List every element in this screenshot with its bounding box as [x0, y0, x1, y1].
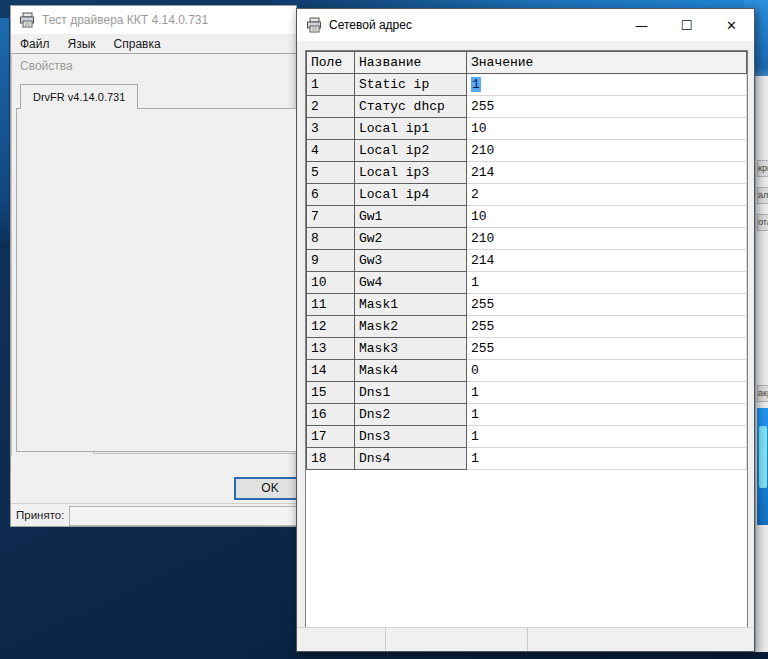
- cell-value[interactable]: 255: [467, 338, 747, 360]
- table-row: 11Mask1255: [307, 294, 747, 316]
- menu-bar: ФайлЯзыкСправка: [11, 34, 296, 53]
- tab-drvfr[interactable]: DrvFR v4.14.0.731: [20, 84, 138, 109]
- cell-value[interactable]: 255: [467, 294, 747, 316]
- cell-name[interactable]: Mask4: [355, 360, 467, 382]
- cell-name[interactable]: Gw1: [355, 206, 467, 228]
- table-row: 10Gw41: [307, 272, 747, 294]
- cell-value[interactable]: 1: [467, 426, 747, 448]
- cell-field[interactable]: 18: [307, 448, 355, 470]
- cell-value[interactable]: 255: [467, 316, 747, 338]
- cell-name[interactable]: Dns1: [355, 382, 467, 404]
- close-button[interactable]: ✕: [709, 10, 754, 41]
- table-row: 18Dns41: [307, 448, 747, 470]
- column-header: Значение: [467, 52, 747, 74]
- cell-field[interactable]: 1: [307, 74, 355, 96]
- cell-value[interactable]: 210: [467, 228, 747, 250]
- cell-value[interactable]: 1: [467, 448, 747, 470]
- cell-name[interactable]: Static ip: [355, 74, 467, 96]
- cell-name[interactable]: Mask3: [355, 338, 467, 360]
- cell-name[interactable]: Gw4: [355, 272, 467, 294]
- table-row: 13Mask3255: [307, 338, 747, 360]
- status-panel: [386, 628, 528, 651]
- table-row: 6Local ip42: [307, 184, 747, 206]
- cell-value[interactable]: 210: [467, 140, 747, 162]
- cell-name[interactable]: Gw3: [355, 250, 467, 272]
- cell-field[interactable]: 12: [307, 316, 355, 338]
- cell-field[interactable]: 17: [307, 426, 355, 448]
- properties-panel: Свойства DrvFR v4.14.0.731 Логические ус…: [11, 53, 297, 456]
- cell-field[interactable]: 13: [307, 338, 355, 360]
- main-window: Тест драйвера ККТ 4.14.0.731 ФайлЯзыкСпр…: [10, 5, 297, 527]
- cell-field[interactable]: 8: [307, 228, 355, 250]
- properties-caption: Свойства: [12, 54, 297, 73]
- network-table-body: 1Static ip12Статус dhcp2553Local ip1104L…: [307, 74, 747, 470]
- cell-name[interactable]: Local ip1: [355, 118, 467, 140]
- main-window-title: Тест драйвера ККТ 4.14.0.731: [42, 13, 208, 27]
- cell-field[interactable]: 15: [307, 382, 355, 404]
- cell-value[interactable]: 1: [467, 74, 747, 96]
- cell-field[interactable]: 7: [307, 206, 355, 228]
- table-row: 2Статус dhcp255: [307, 96, 747, 118]
- cell-value[interactable]: 10: [467, 206, 747, 228]
- wallpaper-beam-left: [0, 18, 9, 248]
- display-digit-segment: [759, 426, 767, 488]
- cell-value[interactable]: 255: [467, 96, 747, 118]
- cell-value[interactable]: 2: [467, 184, 747, 206]
- cell-field[interactable]: 14: [307, 360, 355, 382]
- cell-field[interactable]: 9: [307, 250, 355, 272]
- device-display-fragment: [757, 408, 768, 525]
- divider: [11, 503, 297, 504]
- cell-field[interactable]: 5: [307, 162, 355, 184]
- accepted-status-label: Принято:: [16, 509, 64, 521]
- network-table-container: ПолеНазваниеЗначение 1Static ip12Статус …: [305, 50, 748, 630]
- menu-item[interactable]: Справка: [105, 35, 170, 53]
- cell-field[interactable]: 3: [307, 118, 355, 140]
- table-row: 9Gw3214: [307, 250, 747, 272]
- cell-value[interactable]: 1: [467, 272, 747, 294]
- ok-button[interactable]: OK: [234, 477, 297, 500]
- dialog-statusbar: [297, 627, 754, 651]
- cell-name[interactable]: Dns3: [355, 426, 467, 448]
- cell-field[interactable]: 2: [307, 96, 355, 118]
- network-table: ПолеНазваниеЗначение 1Static ip12Статус …: [306, 51, 747, 470]
- cell-name[interactable]: Статус dhcp: [355, 96, 467, 118]
- table-row: 14Mask40: [307, 360, 747, 382]
- cell-field[interactable]: 11: [307, 294, 355, 316]
- status-panel: [528, 628, 754, 651]
- cell-field[interactable]: 4: [307, 140, 355, 162]
- cell-field[interactable]: 16: [307, 404, 355, 426]
- tab-content-panel: [16, 108, 297, 452]
- cell-field[interactable]: 10: [307, 272, 355, 294]
- table-row: 15Dns11: [307, 382, 747, 404]
- table-row: 3Local ip110: [307, 118, 747, 140]
- cell-value[interactable]: 0: [467, 360, 747, 382]
- cell-value[interactable]: 1: [467, 382, 747, 404]
- cell-name[interactable]: Local ip3: [355, 162, 467, 184]
- table-row: 5Local ip3214: [307, 162, 747, 184]
- cell-name[interactable]: Mask1: [355, 294, 467, 316]
- table-row: 7Gw110: [307, 206, 747, 228]
- main-titlebar[interactable]: Тест драйвера ККТ 4.14.0.731: [11, 6, 296, 34]
- dialog-titlebar[interactable]: Сетевой адрес — ☐ ✕: [297, 9, 754, 41]
- maximize-button[interactable]: ☐: [664, 10, 709, 41]
- menu-item[interactable]: Файл: [11, 35, 59, 53]
- cell-field[interactable]: 6: [307, 184, 355, 206]
- background-button-fragment: акр: [757, 385, 768, 402]
- table-row: 4Local ip2210: [307, 140, 747, 162]
- background-button-fragment: от/: [757, 214, 768, 231]
- cell-name[interactable]: Local ip2: [355, 140, 467, 162]
- cell-value[interactable]: 1: [467, 404, 747, 426]
- table-row: 17Dns31: [307, 426, 747, 448]
- cell-value[interactable]: 214: [467, 162, 747, 184]
- cell-value[interactable]: 214: [467, 250, 747, 272]
- menu-item[interactable]: Язык: [59, 35, 105, 53]
- minimize-button[interactable]: —: [619, 10, 664, 41]
- cell-value[interactable]: 10: [467, 118, 747, 140]
- cell-name[interactable]: Mask2: [355, 316, 467, 338]
- network-address-dialog: Сетевой адрес — ☐ ✕ ПолеНазваниеЗначение…: [296, 8, 755, 652]
- accepted-status-field: [69, 506, 297, 526]
- cell-name[interactable]: Gw2: [355, 228, 467, 250]
- cell-name[interactable]: Local ip4: [355, 184, 467, 206]
- cell-name[interactable]: Dns4: [355, 448, 467, 470]
- cell-name[interactable]: Dns2: [355, 404, 467, 426]
